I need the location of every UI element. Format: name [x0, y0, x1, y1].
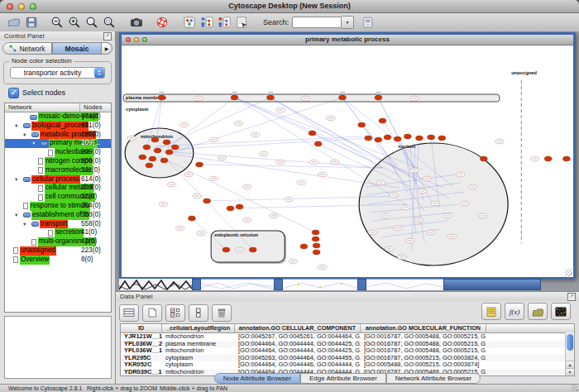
annotation-icon[interactable] — [234, 15, 249, 30]
table-cell[interactable]: [GO:0044464, GO:0044446, GO:0044444, G..… — [235, 361, 361, 369]
tree-row[interactable]: nitrogen compo209(0) — [5, 157, 111, 166]
table-row[interactable]: YPL036W__1mitochondrion[GO:0044464, GO:0… — [121, 347, 574, 355]
table-cell[interactable]: [GO:0016787, GO:0005215, GO:0003824, G..… — [361, 355, 486, 362]
selected-gene-node[interactable] — [196, 162, 203, 167]
network-view-window[interactable]: primary metabolic process plasma membran… — [119, 32, 576, 279]
scrollbar-thumb[interactable] — [567, 334, 573, 351]
background-window[interactable] — [201, 279, 274, 290]
network-window-titlebar[interactable]: primary metabolic process — [122, 35, 573, 45]
region-plasma-membrane[interactable] — [123, 94, 500, 102]
graph-edge[interactable] — [235, 98, 373, 161]
graph-edge[interactable] — [342, 98, 400, 171]
selected-gene-node[interactable] — [379, 118, 386, 123]
selected-gene-node[interactable] — [428, 135, 435, 140]
unchecked-attributes-button[interactable] — [189, 304, 208, 322]
selected-gene-node[interactable] — [438, 136, 446, 141]
search-dropdown-button[interactable]: ▼ — [342, 16, 354, 29]
selected-gene-node[interactable] — [338, 95, 346, 100]
tree-column-network[interactable]: Network — [5, 103, 80, 112]
expand-arrow-icon[interactable]: ▼ — [14, 213, 18, 218]
selected-gene-node[interactable] — [312, 237, 319, 241]
attribute-notes-button[interactable] — [481, 303, 501, 320]
network-graph[interactable]: plasma membranecytoplasmmitochondrionnuc… — [122, 45, 573, 277]
window-resize-grip[interactable] — [565, 269, 572, 276]
tree-row[interactable]: ▼cellular process614(0) — [5, 175, 111, 184]
selected-gene-node[interactable] — [223, 247, 230, 252]
import-attributes-button[interactable] — [528, 303, 548, 320]
table-scrollbar[interactable]: ▲ ▼ — [565, 332, 574, 375]
tree-row[interactable]: mosaic-demo-yeast874(0) — [5, 112, 111, 122]
tree-column-nodes[interactable]: Nodes — [80, 103, 111, 112]
table-cell[interactable]: [GO:0016787, GO:0005488, GO:0005215, G..… — [361, 347, 486, 355]
table-cell[interactable]: YJR121W__1 — [121, 333, 162, 341]
scroll-up-arrow[interactable]: ▲ — [566, 361, 574, 368]
tab-mosaic[interactable]: Mosaic — [52, 42, 102, 55]
selected-gene-node[interactable] — [394, 136, 401, 141]
table-cell[interactable]: [GO:0016787, GO:0005488, GO:0005215, G..… — [361, 333, 486, 341]
background-window[interactable] — [119, 279, 192, 290]
column-header[interactable]: annotation.GO MOLECULAR_FUNCTION — [361, 324, 486, 332]
table-cell[interactable]: YPL036W__1 — [121, 347, 162, 355]
select-nodes-checkbox[interactable]: ✓ — [8, 88, 19, 98]
table-row[interactable]: YLR295Ccytoplasm[GO:0045263, GO:0044464,… — [121, 355, 574, 362]
birds-eye-view[interactable] — [4, 316, 112, 379]
selected-gene-node[interactable] — [416, 136, 423, 141]
column-header[interactable]: _cellularLayoutRegion — [162, 324, 235, 332]
checked-attributes-button[interactable] — [165, 304, 185, 322]
graph-edge[interactable] — [235, 98, 444, 188]
tree-row[interactable]: ▼biological_process651(0) — [5, 122, 111, 131]
zoom-out-icon[interactable] — [50, 15, 65, 30]
column-header[interactable]: annotation.GO CELLULAR_COMPONENT — [235, 324, 361, 332]
selected-gene-node[interactable] — [309, 131, 316, 136]
selected-gene-node[interactable] — [358, 122, 366, 127]
zoom-fit-icon[interactable] — [84, 15, 99, 30]
float-panel-icon[interactable]: ↗ — [567, 293, 576, 301]
tab-overflow-arrow[interactable]: ▶ — [102, 42, 112, 55]
selected-gene-node[interactable] — [154, 148, 161, 153]
tree-node-label[interactable]: secretion — [55, 228, 84, 237]
tab-edge-attribute-browser[interactable]: Edge Attribute Browser — [300, 373, 386, 384]
table-cell[interactable]: [GO:0005488, GO:0005215, GO:0003674] — [361, 361, 486, 369]
graph-edge[interactable] — [270, 98, 382, 168]
zoom-region-icon[interactable] — [102, 15, 117, 30]
tree-row[interactable]: ▼primary metabo209(... — [5, 139, 111, 148]
expand-arrow-icon[interactable]: ▼ — [14, 123, 18, 128]
table-cell[interactable]: [GO:0045267, GO:0045261, GO:0044464, G..… — [235, 333, 361, 341]
selected-gene-node[interactable] — [165, 150, 173, 155]
column-header[interactable]: ID — [121, 324, 162, 332]
selected-gene-node[interactable] — [158, 95, 165, 100]
selected-gene-node[interactable] — [384, 135, 391, 140]
selected-gene-node[interactable] — [249, 247, 256, 252]
tab-network[interactable]: Network — [2, 42, 52, 55]
table-cell[interactable]: YLR295C — [121, 355, 162, 362]
selected-gene-node[interactable] — [300, 244, 308, 249]
table-cell[interactable]: [GO:0045263, GO:0044464, GO:0044455, G..… — [235, 355, 361, 362]
zoom-in-icon[interactable] — [67, 15, 82, 30]
selected-gene-node[interactable] — [149, 156, 156, 161]
table-cell[interactable]: mitochondrion — [162, 333, 235, 341]
selected-gene-node[interactable] — [313, 243, 320, 248]
expand-arrow-icon[interactable]: ▼ — [22, 222, 26, 227]
float-panel-icon[interactable]: ↗ — [103, 32, 112, 41]
tree-node-label[interactable]: biological_process — [31, 122, 89, 131]
selected-gene-node[interactable] — [151, 137, 159, 142]
graph-edge[interactable] — [168, 138, 369, 150]
selected-gene-node[interactable] — [231, 95, 238, 100]
tab-network-attribute-browser[interactable]: Network Attribute Browser — [386, 373, 481, 384]
vizmapper-icon[interactable] — [182, 15, 197, 30]
selected-gene-node[interactable] — [188, 216, 195, 221]
app-resize-grip[interactable] — [572, 385, 578, 391]
background-window-border[interactable] — [274, 279, 283, 290]
tree-row[interactable]: ▼metabolic process280(0) — [5, 131, 111, 140]
selected-gene-node[interactable] — [480, 156, 487, 161]
app-titlebar[interactable]: Cytoscape Desktop (New Session) — [0, 0, 579, 13]
tree-node-label[interactable]: transport — [40, 220, 68, 229]
table-cell[interactable]: [GO:0044464, GO:0044444, GO:0044425, G..… — [235, 341, 361, 348]
tree-row[interactable]: Overview8(0) — [5, 256, 111, 265]
background-window-border[interactable] — [192, 279, 201, 290]
tree-row[interactable]: unassigned223(0) — [5, 246, 111, 256]
table-cell[interactable]: plasma membrane — [162, 341, 235, 348]
selected-gene-node[interactable] — [171, 145, 179, 150]
table-row[interactable]: YJR121W__1mitochondrion[GO:0045267, GO:0… — [121, 333, 574, 341]
tab-node-attribute-browser[interactable]: Node Attribute Browser — [214, 373, 300, 384]
